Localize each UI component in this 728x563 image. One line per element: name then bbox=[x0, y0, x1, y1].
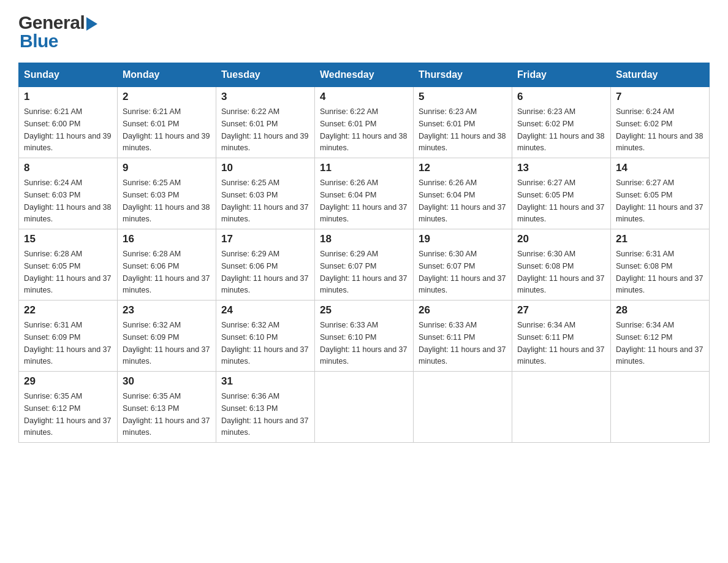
day-number: 9 bbox=[123, 162, 211, 174]
day-info: Sunrise: 6:24 AMSunset: 6:03 PMDaylight:… bbox=[24, 178, 111, 223]
header-friday: Friday bbox=[512, 63, 611, 87]
day-number: 14 bbox=[616, 162, 704, 174]
day-number: 30 bbox=[123, 375, 211, 388]
calendar-cell: 30 Sunrise: 6:35 AMSunset: 6:13 PMDaylig… bbox=[118, 372, 216, 443]
calendar-cell: 23 Sunrise: 6:32 AMSunset: 6:09 PMDaylig… bbox=[118, 301, 216, 372]
calendar-cell: 22 Sunrise: 6:31 AMSunset: 6:09 PMDaylig… bbox=[19, 301, 118, 372]
day-info: Sunrise: 6:34 AMSunset: 6:12 PMDaylight:… bbox=[616, 321, 703, 366]
day-number: 17 bbox=[221, 233, 309, 245]
calendar-cell bbox=[611, 372, 710, 443]
day-info: Sunrise: 6:23 AMSunset: 6:01 PMDaylight:… bbox=[419, 107, 506, 152]
day-number: 28 bbox=[616, 304, 704, 316]
day-number: 25 bbox=[320, 304, 408, 316]
calendar-cell: 9 Sunrise: 6:25 AMSunset: 6:03 PMDayligh… bbox=[118, 158, 216, 229]
day-number: 4 bbox=[320, 91, 408, 103]
day-number: 31 bbox=[221, 375, 309, 388]
day-info: Sunrise: 6:25 AMSunset: 6:03 PMDaylight:… bbox=[221, 178, 308, 223]
calendar-cell: 2 Sunrise: 6:21 AMSunset: 6:01 PMDayligh… bbox=[118, 87, 216, 158]
day-number: 29 bbox=[24, 375, 112, 388]
calendar-cell: 10 Sunrise: 6:25 AMSunset: 6:03 PMDaylig… bbox=[216, 158, 315, 229]
calendar-week-row: 1 Sunrise: 6:21 AMSunset: 6:00 PMDayligh… bbox=[19, 87, 710, 158]
day-info: Sunrise: 6:28 AMSunset: 6:05 PMDaylight:… bbox=[24, 250, 111, 294]
day-info: Sunrise: 6:26 AMSunset: 6:04 PMDaylight:… bbox=[419, 178, 506, 223]
day-info: Sunrise: 6:35 AMSunset: 6:12 PMDaylight:… bbox=[24, 392, 111, 437]
calendar-cell: 4 Sunrise: 6:22 AMSunset: 6:01 PMDayligh… bbox=[315, 87, 414, 158]
day-info: Sunrise: 6:31 AMSunset: 6:09 PMDaylight:… bbox=[24, 321, 111, 366]
calendar-cell: 21 Sunrise: 6:31 AMSunset: 6:08 PMDaylig… bbox=[611, 229, 710, 301]
logo: General Blue bbox=[18, 12, 97, 52]
day-info: Sunrise: 6:25 AMSunset: 6:03 PMDaylight:… bbox=[123, 178, 210, 223]
calendar-cell: 27 Sunrise: 6:34 AMSunset: 6:11 PMDaylig… bbox=[512, 301, 611, 372]
calendar-cell: 8 Sunrise: 6:24 AMSunset: 6:03 PMDayligh… bbox=[19, 158, 118, 229]
calendar-header-row: SundayMondayTuesdayWednesdayThursdayFrid… bbox=[19, 63, 710, 87]
day-number: 10 bbox=[221, 162, 309, 174]
calendar-cell: 7 Sunrise: 6:24 AMSunset: 6:02 PMDayligh… bbox=[611, 87, 710, 158]
day-number: 24 bbox=[221, 304, 309, 316]
day-number: 7 bbox=[616, 91, 704, 103]
calendar-cell: 16 Sunrise: 6:28 AMSunset: 6:06 PMDaylig… bbox=[118, 229, 216, 301]
header-saturday: Saturday bbox=[611, 63, 710, 87]
logo-blue-text: Blue bbox=[18, 31, 58, 52]
page-header: General Blue bbox=[18, 12, 710, 52]
calendar-cell: 25 Sunrise: 6:33 AMSunset: 6:10 PMDaylig… bbox=[315, 301, 414, 372]
calendar-cell bbox=[512, 372, 611, 443]
day-number: 22 bbox=[24, 304, 112, 316]
calendar-cell: 18 Sunrise: 6:29 AMSunset: 6:07 PMDaylig… bbox=[315, 229, 414, 301]
day-number: 26 bbox=[419, 304, 507, 316]
calendar-cell: 29 Sunrise: 6:35 AMSunset: 6:12 PMDaylig… bbox=[19, 372, 118, 443]
day-number: 2 bbox=[123, 91, 211, 103]
header-sunday: Sunday bbox=[19, 63, 118, 87]
header-monday: Monday bbox=[118, 63, 216, 87]
day-info: Sunrise: 6:27 AMSunset: 6:05 PMDaylight:… bbox=[616, 178, 703, 223]
day-number: 19 bbox=[419, 233, 507, 245]
calendar-cell bbox=[414, 372, 512, 443]
day-number: 5 bbox=[419, 91, 507, 103]
calendar-cell: 5 Sunrise: 6:23 AMSunset: 6:01 PMDayligh… bbox=[414, 87, 512, 158]
day-info: Sunrise: 6:24 AMSunset: 6:02 PMDaylight:… bbox=[616, 107, 703, 152]
day-info: Sunrise: 6:29 AMSunset: 6:06 PMDaylight:… bbox=[221, 250, 308, 294]
calendar-week-row: 22 Sunrise: 6:31 AMSunset: 6:09 PMDaylig… bbox=[19, 301, 710, 372]
calendar-cell: 31 Sunrise: 6:36 AMSunset: 6:13 PMDaylig… bbox=[216, 372, 315, 443]
day-number: 20 bbox=[517, 233, 605, 245]
calendar-cell bbox=[315, 372, 414, 443]
day-number: 23 bbox=[123, 304, 211, 316]
day-number: 8 bbox=[24, 162, 112, 174]
day-info: Sunrise: 6:22 AMSunset: 6:01 PMDaylight:… bbox=[221, 107, 308, 152]
calendar-week-row: 29 Sunrise: 6:35 AMSunset: 6:12 PMDaylig… bbox=[19, 372, 710, 443]
calendar-cell: 20 Sunrise: 6:30 AMSunset: 6:08 PMDaylig… bbox=[512, 229, 611, 301]
day-number: 3 bbox=[221, 91, 309, 103]
calendar-cell: 26 Sunrise: 6:33 AMSunset: 6:11 PMDaylig… bbox=[414, 301, 512, 372]
day-info: Sunrise: 6:23 AMSunset: 6:02 PMDaylight:… bbox=[517, 107, 604, 152]
day-number: 13 bbox=[517, 162, 605, 174]
day-number: 27 bbox=[517, 304, 605, 316]
day-info: Sunrise: 6:22 AMSunset: 6:01 PMDaylight:… bbox=[320, 107, 407, 152]
calendar-cell: 12 Sunrise: 6:26 AMSunset: 6:04 PMDaylig… bbox=[414, 158, 512, 229]
day-info: Sunrise: 6:28 AMSunset: 6:06 PMDaylight:… bbox=[123, 250, 210, 294]
day-info: Sunrise: 6:33 AMSunset: 6:11 PMDaylight:… bbox=[419, 321, 506, 366]
header-wednesday: Wednesday bbox=[315, 63, 414, 87]
day-info: Sunrise: 6:36 AMSunset: 6:13 PMDaylight:… bbox=[221, 392, 308, 437]
calendar-cell: 28 Sunrise: 6:34 AMSunset: 6:12 PMDaylig… bbox=[611, 301, 710, 372]
day-number: 11 bbox=[320, 162, 408, 174]
header-tuesday: Tuesday bbox=[216, 63, 315, 87]
day-info: Sunrise: 6:29 AMSunset: 6:07 PMDaylight:… bbox=[320, 250, 407, 294]
day-number: 15 bbox=[24, 233, 112, 245]
calendar-cell: 14 Sunrise: 6:27 AMSunset: 6:05 PMDaylig… bbox=[611, 158, 710, 229]
day-number: 1 bbox=[24, 91, 112, 103]
day-info: Sunrise: 6:32 AMSunset: 6:09 PMDaylight:… bbox=[123, 321, 210, 366]
calendar-cell: 19 Sunrise: 6:30 AMSunset: 6:07 PMDaylig… bbox=[414, 229, 512, 301]
day-info: Sunrise: 6:32 AMSunset: 6:10 PMDaylight:… bbox=[221, 321, 308, 366]
day-number: 21 bbox=[616, 233, 704, 245]
day-info: Sunrise: 6:27 AMSunset: 6:05 PMDaylight:… bbox=[517, 178, 604, 223]
day-info: Sunrise: 6:21 AMSunset: 6:00 PMDaylight:… bbox=[24, 107, 111, 152]
logo-triangle-icon bbox=[86, 17, 97, 31]
calendar-week-row: 8 Sunrise: 6:24 AMSunset: 6:03 PMDayligh… bbox=[19, 158, 710, 229]
calendar-cell: 17 Sunrise: 6:29 AMSunset: 6:06 PMDaylig… bbox=[216, 229, 315, 301]
day-info: Sunrise: 6:35 AMSunset: 6:13 PMDaylight:… bbox=[123, 392, 210, 437]
day-info: Sunrise: 6:34 AMSunset: 6:11 PMDaylight:… bbox=[517, 321, 604, 366]
day-info: Sunrise: 6:31 AMSunset: 6:08 PMDaylight:… bbox=[616, 250, 703, 294]
calendar-week-row: 15 Sunrise: 6:28 AMSunset: 6:05 PMDaylig… bbox=[19, 229, 710, 301]
day-number: 18 bbox=[320, 233, 408, 245]
header-thursday: Thursday bbox=[414, 63, 512, 87]
calendar-table: SundayMondayTuesdayWednesdayThursdayFrid… bbox=[18, 63, 710, 443]
